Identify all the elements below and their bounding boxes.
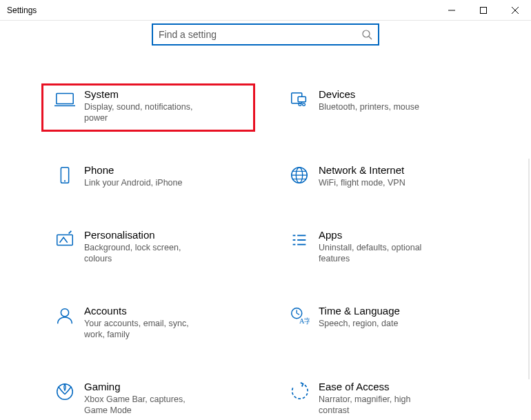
apps-icon — [283, 228, 316, 250]
svg-text:A字: A字 — [299, 317, 310, 325]
globe-icon — [283, 163, 316, 186]
accounts-icon — [48, 304, 81, 326]
tile-text: Apps Uninstall, defaults, optional featu… — [316, 228, 439, 264]
tile-title: Gaming — [84, 380, 205, 394]
tile-desc: Display, sound, notifications, power — [84, 101, 205, 123]
tile-devices[interactable]: Devices Bluetooth, printers, mouse — [276, 83, 490, 132]
maximize-icon — [480, 7, 487, 14]
close-icon — [512, 7, 519, 14]
tile-apps[interactable]: Apps Uninstall, defaults, optional featu… — [276, 224, 490, 272]
window-title: Settings — [0, 6, 37, 15]
tile-text: Accounts Your accounts, email, sync, wor… — [81, 304, 205, 340]
svg-point-13 — [64, 180, 66, 181]
svg-point-11 — [299, 103, 301, 106]
time-language-icon: A字 — [283, 304, 316, 326]
tile-title: Personalisation — [84, 228, 205, 242]
tile-title: Network & Internet — [319, 163, 405, 177]
svg-point-26 — [61, 309, 68, 317]
tile-title: Accounts — [84, 304, 205, 318]
tile-title: System — [84, 88, 205, 101]
tile-text: Time & Language Speech, region, date — [316, 304, 400, 329]
system-icon — [48, 88, 81, 110]
tile-text: Phone Link your Android, iPhone — [81, 163, 182, 188]
tile-personalisation[interactable]: Personalisation Background, lock screen,… — [41, 224, 255, 272]
tile-desc: Background, lock screen, colours — [84, 242, 205, 264]
tile-title: Ease of Access — [319, 380, 439, 394]
tile-desc: Link your Android, iPhone — [84, 177, 182, 188]
minimize-icon — [448, 7, 455, 14]
search-wrap — [0, 21, 531, 46]
tile-phone[interactable]: Phone Link your Android, iPhone — [41, 159, 255, 197]
tile-desc: Narrator, magnifier, high contrast — [319, 394, 439, 416]
content-area: System Display, sound, notifications, po… — [0, 21, 531, 420]
tile-text: Devices Bluetooth, printers, mouse — [316, 88, 419, 112]
phone-icon — [48, 163, 81, 186]
tile-desc: Xbox Game Bar, captures, Game Mode — [84, 394, 205, 416]
tile-title: Phone — [84, 163, 182, 177]
close-button[interactable] — [499, 0, 531, 21]
tile-system[interactable]: System Display, sound, notifications, po… — [41, 83, 255, 132]
tile-text: Network & Internet WiFi, flight mode, VP… — [316, 163, 405, 188]
maximize-button[interactable] — [468, 0, 499, 21]
tile-text: Gaming Xbox Game Bar, captures, Game Mod… — [81, 380, 205, 416]
svg-point-4 — [363, 30, 370, 37]
search-input[interactable] — [159, 29, 361, 40]
tile-network[interactable]: Network & Internet WiFi, flight mode, VP… — [276, 159, 490, 197]
minimize-button[interactable] — [436, 0, 468, 21]
tile-ease-of-access[interactable]: Ease of Access Narrator, magnifier, high… — [276, 376, 490, 420]
tile-time-language[interactable]: A字 Time & Language Speech, region, date — [276, 300, 490, 348]
tile-title: Time & Language — [319, 304, 400, 318]
tile-gaming[interactable]: Gaming Xbox Game Bar, captures, Game Mod… — [41, 376, 255, 420]
gaming-icon — [48, 380, 81, 402]
tile-title: Devices — [319, 88, 419, 101]
settings-grid: System Display, sound, notifications, po… — [0, 46, 531, 420]
devices-icon — [283, 88, 316, 110]
tile-desc: Speech, region, date — [319, 318, 400, 329]
svg-line-5 — [369, 37, 372, 39]
svg-rect-19 — [57, 235, 73, 246]
svg-point-31 — [57, 384, 73, 400]
tile-title: Apps — [319, 228, 439, 242]
svg-rect-1 — [481, 7, 487, 13]
search-box[interactable] — [152, 23, 379, 46]
tile-accounts[interactable]: Accounts Your accounts, email, sync, wor… — [41, 300, 255, 348]
personalisation-icon — [48, 228, 81, 250]
tile-desc: WiFi, flight mode, VPN — [319, 177, 405, 188]
tile-text: System Display, sound, notifications, po… — [81, 88, 205, 123]
tile-text: Personalisation Background, lock screen,… — [81, 228, 205, 264]
svg-line-29 — [297, 313, 299, 314]
tile-desc: Uninstall, defaults, optional features — [319, 242, 439, 264]
tile-desc: Your accounts, email, sync, work, family — [84, 318, 205, 340]
tile-text: Ease of Access Narrator, magnifier, high… — [316, 380, 439, 416]
scrollbar[interactable] — [528, 159, 530, 379]
svg-rect-9 — [298, 97, 305, 102]
svg-point-10 — [303, 103, 305, 106]
search-icon — [361, 29, 372, 40]
titlebar: Settings — [0, 0, 531, 21]
ease-of-access-icon — [283, 380, 316, 402]
svg-rect-6 — [57, 94, 73, 104]
tile-desc: Bluetooth, printers, mouse — [319, 101, 419, 112]
